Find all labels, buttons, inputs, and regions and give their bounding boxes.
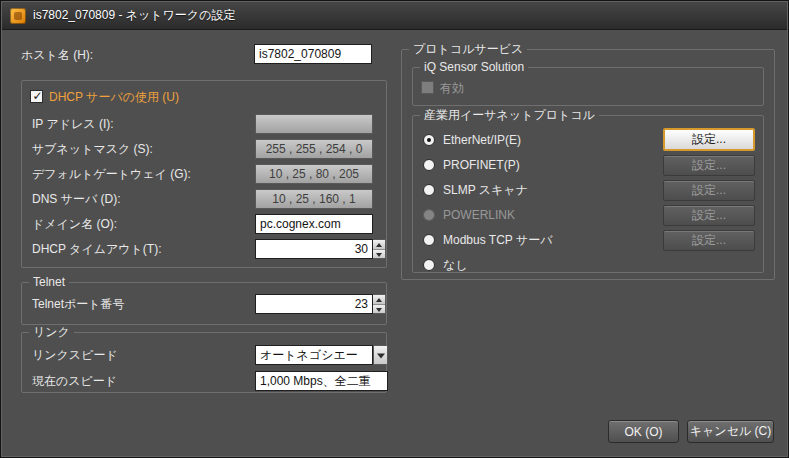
settings-button-powerlink: 設定... — [663, 205, 755, 226]
telnet-port-input[interactable]: 23 — [255, 294, 373, 314]
radio-profinet-label: PROFINET(P) — [443, 158, 520, 172]
industrial-ethernet-group-title: 産業用イーサネットプロトコル — [420, 109, 599, 122]
current-speed-field[interactable]: 1,000 Mbps、全二重 — [255, 371, 388, 391]
spinner-down-icon[interactable] — [373, 250, 385, 259]
default-gateway-label: デフォルトゲートウェイ (G): — [32, 167, 191, 181]
ip-address-label: IP アドレス (I): — [32, 117, 114, 131]
iq-sensor-group: iQ Sensor Solution 有効 — [412, 67, 764, 106]
radio-modbus[interactable] — [423, 234, 435, 246]
hostname-input[interactable]: is7802_070809 — [254, 44, 372, 64]
dns-server-input: 10 , 25 , 160 , 1 — [255, 189, 373, 209]
iq-enable-label: 有効 — [440, 81, 464, 95]
dhcp-checkbox[interactable] — [30, 90, 43, 103]
protocol-services-title: プロトコルサービス — [409, 43, 527, 56]
telnet-group-title: Telnet — [29, 276, 69, 289]
dhcp-checkbox-label: DHCP サーバの使用 (U) — [49, 90, 179, 104]
link-speed-combobox[interactable]: オートネゴシエー — [255, 345, 373, 365]
radio-profinet[interactable] — [423, 159, 435, 171]
protocol-services-group: プロトコルサービス iQ Sensor Solution 有効 産業用イーサネッ… — [401, 49, 775, 280]
iq-enable-checkbox — [421, 81, 434, 94]
hostname-label: ホスト名 (H): — [21, 48, 93, 62]
domain-name-input[interactable]: pc.cognex.com — [255, 214, 373, 234]
radio-ethernet-ip[interactable] — [423, 134, 435, 146]
telnet-port-spinner[interactable] — [373, 294, 386, 314]
dhcp-timeout-spinner[interactable] — [373, 239, 386, 259]
ip-address-input — [255, 114, 373, 134]
subnet-mask-input: 255 , 255 , 254 , 0 — [255, 139, 373, 159]
dhcp-timeout-input[interactable]: 30 — [255, 239, 373, 259]
link-group-title: リンク — [29, 326, 74, 339]
settings-button-modbus: 設定... — [663, 230, 755, 251]
cancel-button[interactable]: キャンセル (C) — [687, 420, 774, 443]
dhcp-group: DHCP サーバの使用 (U) IP アドレス (I): サブネットマスク (S… — [21, 80, 387, 268]
radio-powerlink-label: POWERLINK — [443, 208, 515, 222]
subnet-mask-label: サブネットマスク (S): — [32, 142, 153, 156]
default-gateway-input: 10 , 25 , 80 , 205 — [255, 164, 373, 184]
spinner-up-icon[interactable] — [373, 240, 385, 250]
telnet-group: Telnet Telnetポート番号 23 — [21, 282, 387, 325]
dns-server-label: DNS サーバ (D): — [32, 192, 121, 206]
network-settings-dialog: is7802_070809 - ネットワークの設定 ホスト名 (H): is78… — [0, 0, 789, 458]
radio-slmp-label: SLMP スキャナ — [443, 183, 528, 197]
industrial-ethernet-group: 産業用イーサネットプロトコル EtherNet/IP(E) 設定... PROF… — [412, 115, 764, 273]
current-speed-label: 現在のスピード — [32, 374, 117, 388]
titlebar[interactable]: is7802_070809 - ネットワークの設定 — [2, 2, 787, 30]
radio-ethernet-ip-label: EtherNet/IP(E) — [443, 133, 521, 147]
link-speed-label: リンクスピード — [32, 348, 118, 362]
link-group: リンク リンクスピード オートネゴシエー 現在のスピード 1,000 Mbps、… — [21, 332, 387, 393]
dhcp-timeout-label: DHCP タイムアウト(T): — [32, 242, 161, 256]
radio-modbus-label: Modbus TCP サーバ — [443, 233, 553, 247]
radio-slmp[interactable] — [423, 184, 435, 196]
telnet-port-label: Telnetポート番号 — [32, 297, 125, 311]
radio-none-label: なし — [443, 258, 468, 272]
spinner-down-icon[interactable] — [373, 305, 385, 314]
settings-button-slmp: 設定... — [663, 180, 755, 201]
radio-powerlink — [423, 209, 435, 221]
settings-button-profinet: 設定... — [663, 155, 755, 176]
iq-sensor-group-title: iQ Sensor Solution — [420, 61, 528, 74]
link-speed-dropdown-button[interactable] — [373, 345, 388, 365]
settings-button-ethernet-ip[interactable]: 設定... — [663, 128, 755, 151]
ok-button[interactable]: OK (O) — [608, 420, 679, 443]
window-title: is7802_070809 - ネットワークの設定 — [33, 7, 235, 24]
domain-name-label: ドメイン名 (O): — [32, 217, 117, 231]
radio-none[interactable] — [423, 259, 435, 271]
app-icon — [10, 8, 26, 24]
spinner-up-icon[interactable] — [373, 295, 385, 305]
